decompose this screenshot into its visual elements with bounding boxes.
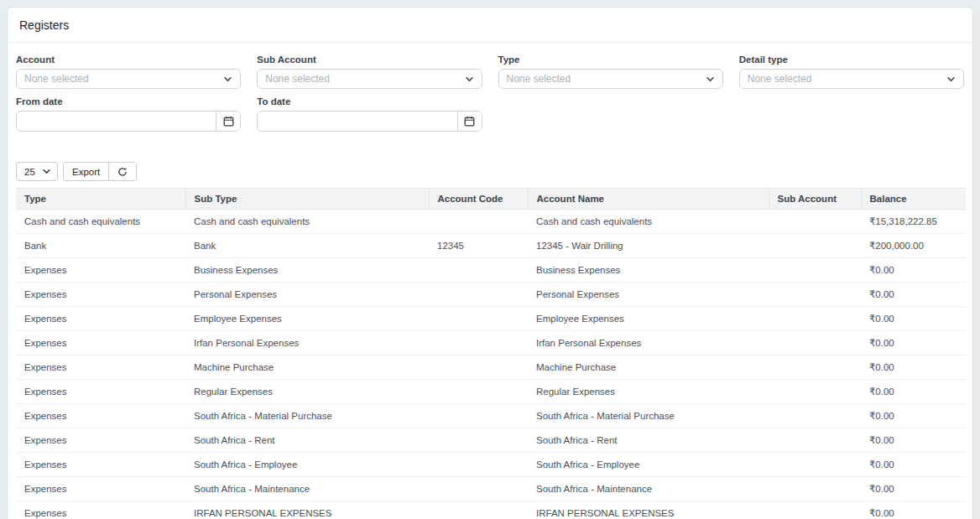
- cell-sub-type: IRFAN PERSONAL EXPENSES: [185, 501, 429, 519]
- card-header: Registers: [8, 8, 972, 43]
- cell-sub-type: Regular Expenses: [185, 380, 429, 404]
- cell-type: Cash and cash equivalents: [16, 210, 185, 234]
- detail-type-select[interactable]: None selected: [739, 69, 964, 89]
- card-body: Account None selected Sub Account None s…: [8, 43, 972, 519]
- cell-account-code: [429, 453, 528, 477]
- from-date-calendar-button[interactable]: [216, 112, 240, 131]
- cell-account-name: South Africa - Rent: [528, 428, 769, 453]
- cell-account-name: Business Expenses: [528, 258, 769, 283]
- filters-row-dates: From date To date: [16, 96, 964, 132]
- cell-balance: ₹0.00: [861, 307, 966, 331]
- cell-sub-account: [769, 210, 861, 234]
- cell-type: Expenses: [16, 404, 185, 428]
- account-select[interactable]: None selected: [16, 69, 241, 89]
- table-row: Expenses Business Expenses Business Expe…: [16, 258, 966, 283]
- page-size-select[interactable]: 25: [16, 162, 58, 181]
- filter-from-date: From date: [16, 96, 241, 132]
- cell-sub-type: South Africa - Employee: [185, 453, 429, 477]
- calendar-icon: [223, 116, 234, 127]
- cell-account-name: 12345 - Wair Drilling: [528, 234, 769, 258]
- cell-type: Expenses: [16, 428, 185, 453]
- table-row: Expenses Machine Purchase Machine Purcha…: [16, 356, 966, 380]
- cell-sub-account: [769, 380, 861, 404]
- cell-account-name: Cash and cash equivalents: [528, 210, 769, 234]
- filters-row-selects: Account None selected Sub Account None s…: [16, 54, 964, 89]
- cell-sub-type: Personal Expenses: [185, 283, 429, 307]
- cell-account-code: [429, 404, 528, 428]
- cell-account-name: South Africa - Material Purchase: [528, 404, 769, 428]
- cell-account-name: IRFAN PERSONAL EXPENSES: [528, 501, 769, 519]
- cell-type: Expenses: [16, 477, 185, 501]
- filter-sub-account: Sub Account None selected: [257, 54, 482, 89]
- from-date-group: [16, 111, 241, 132]
- table-body: Cash and cash equivalents Cash and cash …: [16, 210, 966, 519]
- cell-balance: ₹0.00: [861, 356, 966, 380]
- type-select-value: None selected: [507, 73, 706, 85]
- cell-account-name: Employee Expenses: [528, 307, 769, 331]
- cell-account-name: Irfan Personal Expenses: [528, 331, 769, 356]
- chevron-down-icon: [465, 75, 474, 84]
- from-date-input[interactable]: [17, 112, 216, 131]
- detail-type-select-value: None selected: [748, 73, 946, 85]
- filter-account: Account None selected: [16, 54, 241, 89]
- filter-account-label: Account: [16, 54, 241, 65]
- table-head: Type Sub Type Account Code Account Name …: [16, 189, 966, 210]
- cell-account-name: Regular Expenses: [528, 380, 769, 404]
- sub-account-select-value: None selected: [265, 73, 464, 85]
- table-row: Expenses South Africa - Rent South Afric…: [16, 428, 966, 453]
- export-button[interactable]: Export: [64, 163, 108, 180]
- calendar-icon: [464, 116, 475, 127]
- filter-type-label: Type: [498, 54, 723, 65]
- cell-sub-account: [769, 356, 861, 380]
- account-select-value: None selected: [24, 73, 223, 85]
- cell-balance: ₹0.00: [861, 404, 966, 428]
- cell-sub-account: [769, 258, 861, 283]
- cell-type: Expenses: [16, 453, 185, 477]
- chevron-down-icon: [946, 75, 956, 84]
- cell-account-code: [429, 428, 528, 453]
- filter-sub-account-label: Sub Account: [257, 54, 482, 65]
- to-date-input[interactable]: [258, 112, 456, 131]
- table-row: Expenses Personal Expenses Personal Expe…: [16, 283, 966, 307]
- cell-account-code: [429, 258, 528, 283]
- column-header-type: Type: [16, 189, 185, 210]
- column-header-account-name: Account Name: [528, 189, 769, 210]
- cell-sub-account: [769, 331, 861, 356]
- export-button-group: Export: [63, 162, 137, 181]
- cell-type: Expenses: [16, 380, 185, 404]
- column-header-balance: Balance: [861, 189, 966, 210]
- type-select[interactable]: None selected: [498, 69, 723, 89]
- cell-sub-type: Employee Expenses: [185, 307, 429, 331]
- cell-balance: ₹0.00: [861, 477, 966, 501]
- to-date-calendar-button[interactable]: [457, 112, 482, 131]
- cell-type: Expenses: [16, 258, 185, 283]
- cell-account-code: [429, 307, 528, 331]
- chevron-down-icon: [706, 75, 715, 84]
- cell-account-code: [429, 501, 528, 519]
- registers-table: Type Sub Type Account Code Account Name …: [16, 188, 966, 519]
- cell-account-name: Machine Purchase: [528, 356, 769, 380]
- sub-account-select[interactable]: None selected: [257, 69, 482, 89]
- cell-account-code: [429, 380, 528, 404]
- cell-sub-type: South Africa - Material Purchase: [185, 404, 429, 428]
- from-date-label: From date: [16, 96, 241, 106]
- page-size-value: 25: [24, 167, 35, 177]
- cell-account-name: Personal Expenses: [528, 283, 769, 307]
- table-row: Expenses Regular Expenses Regular Expens…: [16, 380, 966, 404]
- cell-sub-type: South Africa - Maintenance: [185, 477, 429, 501]
- cell-balance: ₹0.00: [861, 258, 966, 283]
- cell-balance: ₹0.00: [861, 283, 966, 307]
- cell-sub-type: Machine Purchase: [185, 356, 429, 380]
- cell-account-code: [429, 210, 528, 234]
- to-date-label: To date: [257, 96, 482, 106]
- refresh-button[interactable]: [108, 163, 136, 180]
- cell-balance: ₹15,318,222.85: [861, 210, 966, 234]
- cell-type: Expenses: [16, 356, 185, 380]
- table-row: Expenses Employee Expenses Employee Expe…: [16, 307, 966, 331]
- cell-account-name: South Africa - Employee: [528, 453, 769, 477]
- cell-balance: ₹0.00: [861, 380, 966, 404]
- cell-balance: ₹0.00: [861, 453, 966, 477]
- cell-sub-type: South Africa - Rent: [185, 428, 429, 453]
- cell-sub-account: [769, 307, 861, 331]
- cell-type: Expenses: [16, 331, 185, 356]
